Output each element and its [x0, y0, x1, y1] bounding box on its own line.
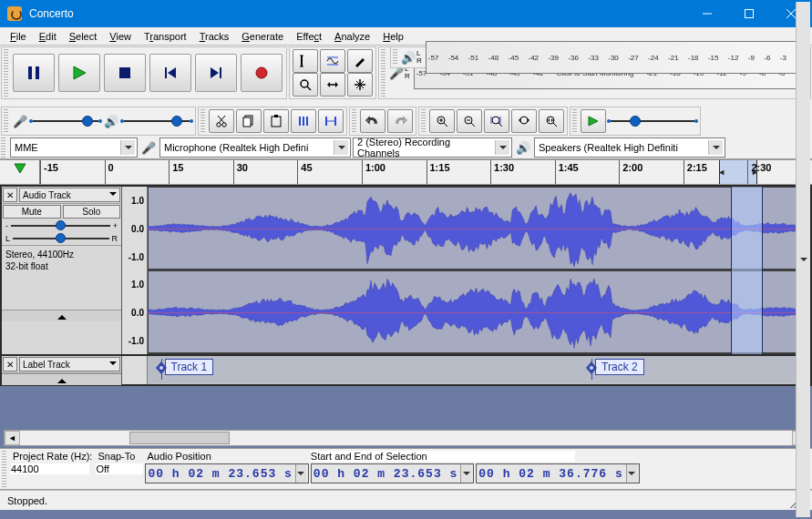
play-button[interactable] [58, 54, 100, 92]
svg-point-62 [159, 366, 163, 370]
audio-track[interactable]: ✕ Audio Track Mute Solo -+ LR Stereo, 44… [1, 186, 811, 355]
title-bar: Concerto [0, 0, 812, 27]
svg-point-12 [256, 67, 267, 78]
snap-to-combo[interactable]: Off [96, 463, 143, 474]
draw-tool[interactable] [347, 49, 373, 73]
label-track-collapse-button[interactable] [2, 373, 121, 385]
app-icon [7, 6, 22, 21]
audio-position-field[interactable]: 00 h 02 m 23.653 s [145, 463, 308, 483]
timeshift-tool[interactable] [320, 73, 345, 97]
svg-rect-1 [745, 10, 754, 18]
silence-button[interactable] [318, 109, 344, 133]
svg-marker-57 [548, 118, 550, 122]
audio-track-panel[interactable]: ✕ Audio Track Mute Solo -+ LR Stereo, 44… [2, 187, 122, 354]
device-toolbar: MME 🎤 Microphone (Realtek High Defini 2 … [0, 137, 812, 158]
zoom-tool[interactable] [293, 73, 318, 97]
play-at-speed-button[interactable] [581, 109, 606, 133]
svg-rect-8 [165, 67, 167, 78]
horizontal-scrollbar[interactable]: ◄ ► [4, 430, 808, 446]
selection-tool[interactable] [293, 49, 318, 73]
track-menu-button[interactable]: Audio Track [19, 188, 120, 202]
fit-project-button[interactable] [511, 109, 537, 133]
paste-button[interactable] [263, 109, 289, 133]
record-button[interactable] [241, 54, 283, 92]
label-track-menu-button[interactable]: Label Track [19, 357, 120, 371]
stop-button[interactable] [104, 54, 146, 92]
svg-rect-34 [274, 115, 278, 117]
rec-volume-slider[interactable] [29, 113, 102, 129]
zoom-toggle-button[interactable] [539, 109, 564, 133]
output-device-icon: 🔊 [514, 141, 532, 155]
svg-rect-7 [119, 67, 130, 78]
label-track-body[interactable]: Track 1Track 2 [148, 356, 810, 383]
multi-tool[interactable] [347, 73, 373, 97]
scroll-thumb[interactable] [129, 432, 230, 444]
svg-line-56 [553, 123, 557, 127]
svg-marker-59 [589, 117, 598, 126]
input-device-combo[interactable]: Microphone (Realtek High Defini [159, 137, 351, 158]
rec-volume-icon: 🎤 [11, 115, 29, 128]
track-collapse-button[interactable] [2, 310, 121, 321]
snap-to-label: Snap-To [96, 451, 143, 463]
menu-tracks[interactable]: Tracks [193, 29, 236, 44]
amplitude-scale[interactable]: 1.0 0.0 -1.0 1.0 0.0 -1.0 [122, 187, 148, 354]
fit-selection-button[interactable] [484, 109, 509, 133]
envelope-tool[interactable] [320, 49, 345, 73]
svg-marker-9 [168, 67, 176, 78]
selection-mode-combo[interactable]: Start and End of Selection [311, 451, 575, 462]
trim-button[interactable] [291, 109, 316, 133]
minimize-button[interactable] [686, 0, 728, 27]
label-track-close-button[interactable]: ✕ [3, 357, 17, 371]
menu-edit[interactable]: Edit [33, 29, 63, 44]
playback-speed-slider[interactable] [607, 113, 698, 129]
zoom-in-button[interactable] [429, 109, 455, 133]
svg-marker-58 [551, 118, 553, 122]
timeline-playhead[interactable] [0, 160, 40, 184]
zoom-out-button[interactable] [457, 109, 482, 133]
label-marker[interactable]: Track 2 [591, 359, 644, 375]
project-rate-combo[interactable]: 44100 [11, 463, 89, 474]
selection-end-field[interactable]: 00 h 02 m 36.776 s [476, 463, 639, 483]
transport-toolbar [1, 46, 287, 99]
label-marker[interactable]: Track 1 [161, 359, 214, 375]
svg-point-27 [217, 123, 221, 127]
gain-slider[interactable]: -+ [2, 219, 121, 232]
menu-generate[interactable]: Generate [235, 29, 290, 44]
waveform-area[interactable] [148, 187, 810, 354]
menu-file[interactable]: File [4, 29, 33, 44]
audio-host-combo[interactable]: MME [10, 137, 138, 158]
svg-rect-4 [28, 66, 32, 79]
output-device-combo[interactable]: Speakers (Realtek High Definiti [534, 137, 725, 158]
skip-start-button[interactable] [149, 54, 191, 92]
record-channels-combo[interactable]: 2 (Stereo) Recording Channels [353, 137, 512, 158]
status-text: Stopped. [7, 495, 47, 506]
redo-button[interactable] [387, 109, 413, 133]
project-rate-label: Project Rate (Hz): [11, 451, 94, 463]
menu-effect[interactable]: Effect [290, 29, 328, 44]
pan-slider[interactable]: LR [2, 232, 121, 245]
selection-start-field[interactable]: 00 h 02 m 23.653 s [311, 463, 474, 483]
timeline[interactable]: -1501530451:001:151:301:452:002:152:302:… [0, 159, 812, 185]
menu-analyze[interactable]: Analyze [328, 29, 376, 44]
playback-meter[interactable]: 🔊 LR -57-54-51-48-45-42-39-36-33-30-27-2… [390, 46, 809, 68]
cut-button[interactable] [209, 109, 234, 133]
solo-button[interactable]: Solo [63, 205, 121, 219]
tracks-area: ✕ Audio Track Mute Solo -+ LR Stereo, 44… [0, 185, 812, 386]
speaker-icon: 🔊 [400, 51, 416, 65]
track-close-button[interactable]: ✕ [3, 188, 17, 202]
maximize-button[interactable] [728, 0, 770, 27]
menu-select[interactable]: Select [63, 29, 104, 44]
label-track[interactable]: ✕ Label Track Track 1Track 2 [1, 355, 811, 385]
menu-help[interactable]: Help [376, 29, 410, 44]
skip-end-button[interactable] [195, 54, 237, 92]
undo-button[interactable] [360, 109, 385, 133]
menu-view[interactable]: View [103, 29, 138, 44]
scroll-left-button[interactable]: ◄ [5, 431, 20, 445]
selection-toolbar: Project Rate (Hz): 44100 Snap-To Off Aud… [0, 448, 812, 490]
pause-button[interactable] [13, 54, 55, 92]
copy-button[interactable] [236, 109, 262, 133]
play-volume-slider[interactable] [120, 113, 193, 129]
menu-transport[interactable]: Transport [138, 29, 193, 44]
mute-button[interactable]: Mute [3, 205, 61, 219]
svg-rect-5 [36, 66, 39, 79]
